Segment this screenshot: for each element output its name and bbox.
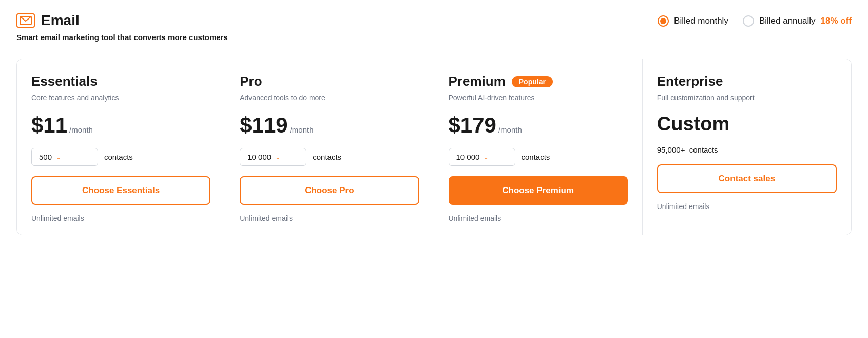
unlimited-label-pro: Unlimited emails	[240, 214, 419, 222]
chevron-down-icon-premium: ⌄	[484, 154, 489, 161]
contacts-row-enterprise: 95,000+ contacts	[657, 145, 837, 154]
popular-badge-premium: Popular	[512, 76, 553, 87]
plan-price-enterprise: Custom	[657, 113, 837, 135]
plan-price-period-pro: /month	[290, 125, 314, 134]
contacts-select-essentials[interactable]: 500 ⌄	[31, 148, 98, 166]
plan-price-amount-pro: $119	[240, 113, 287, 138]
plan-description-pro: Advanced tools to do more	[240, 93, 419, 104]
plan-name-row-premium: Premium Popular	[449, 73, 628, 89]
billing-monthly-radio-inner	[660, 18, 666, 24]
unlimited-label-enterprise: Unlimited emails	[657, 202, 837, 211]
plan-price-period-premium: /month	[498, 125, 522, 134]
plan-name-row-pro: Pro	[240, 73, 419, 89]
billing-monthly-label: Billed monthly	[674, 16, 728, 26]
plan-price-premium: $179 /month	[449, 113, 628, 138]
billing-toggle: Billed monthly Billed annually 18% off	[658, 15, 852, 27]
contacts-value-essentials: 500	[39, 153, 52, 161]
plan-name-row-essentials: Essentials	[31, 73, 210, 89]
contacts-row-premium: 10 000 ⌄ contacts	[449, 148, 628, 166]
billing-annually-label: Billed annually	[759, 16, 816, 26]
unlimited-label-premium: Unlimited emails	[449, 214, 628, 222]
contacts-label-pro: contacts	[313, 153, 341, 161]
contacts-label-essentials: contacts	[104, 153, 133, 161]
subtitle-text: Smart email marketing tool that converts…	[16, 33, 228, 42]
plan-name-enterprise: Enterprise	[657, 73, 723, 89]
billing-annually-option[interactable]: Billed annually 18% off	[743, 15, 852, 27]
plan-price-period-essentials: /month	[69, 125, 93, 134]
choose-button-premium[interactable]: Choose Premium	[449, 176, 628, 205]
plan-name-essentials: Essentials	[31, 73, 98, 89]
contacts-row-pro: 10 000 ⌄ contacts	[240, 148, 419, 166]
choose-button-enterprise[interactable]: Contact sales	[657, 164, 837, 193]
page-header: Email Smart email marketing tool that co…	[16, 12, 852, 42]
contacts-label-premium: contacts	[522, 153, 550, 161]
choose-button-pro[interactable]: Choose Pro	[240, 176, 419, 205]
plan-card-premium: Premium Popular Powerful AI-driven featu…	[434, 59, 643, 235]
plan-price-pro: $119 /month	[240, 113, 419, 138]
header-left: Email Smart email marketing tool that co…	[16, 12, 228, 42]
plan-price-amount-premium: $179	[449, 113, 496, 138]
plan-name-premium: Premium	[449, 73, 506, 89]
plan-name-pro: Pro	[240, 73, 262, 89]
plan-price-amount-enterprise: Custom	[657, 113, 729, 135]
header-divider	[16, 50, 852, 50]
plan-price-essentials: $11 /month	[31, 113, 210, 138]
app-title-row: Email	[16, 12, 228, 29]
billing-annually-radio[interactable]	[743, 15, 754, 27]
contacts-value-premium: 10 000	[456, 153, 480, 161]
plan-card-enterprise: Enterprise Full customization and suppor…	[643, 59, 851, 235]
plan-description-premium: Powerful AI-driven features	[449, 93, 628, 104]
app-title-text: Email	[41, 12, 80, 29]
plan-price-amount-essentials: $11	[31, 113, 67, 138]
billing-annually-off: 18% off	[821, 16, 852, 26]
contacts-value-pro: 10 000	[247, 153, 271, 161]
contacts-select-pro[interactable]: 10 000 ⌄	[240, 148, 306, 166]
contacts-row-essentials: 500 ⌄ contacts	[31, 148, 210, 166]
plan-name-row-enterprise: Enterprise	[657, 73, 837, 89]
plan-card-essentials: Essentials Core features and analytics $…	[17, 59, 225, 235]
email-icon	[16, 13, 35, 28]
choose-button-essentials[interactable]: Choose Essentials	[31, 176, 210, 205]
billing-monthly-option[interactable]: Billed monthly	[658, 15, 728, 27]
unlimited-label-essentials: Unlimited emails	[31, 214, 210, 222]
contacts-static-enterprise: 95,000+ contacts	[657, 145, 718, 154]
contacts-select-premium[interactable]: 10 000 ⌄	[449, 148, 515, 166]
billing-monthly-radio[interactable]	[658, 15, 669, 27]
plans-grid: Essentials Core features and analytics $…	[16, 59, 852, 235]
chevron-down-icon-essentials: ⌄	[56, 154, 61, 161]
plan-card-pro: Pro Advanced tools to do more $119 /mont…	[225, 59, 434, 235]
plan-description-enterprise: Full customization and support	[657, 93, 837, 104]
chevron-down-icon-pro: ⌄	[275, 154, 280, 161]
plan-description-essentials: Core features and analytics	[31, 93, 210, 104]
